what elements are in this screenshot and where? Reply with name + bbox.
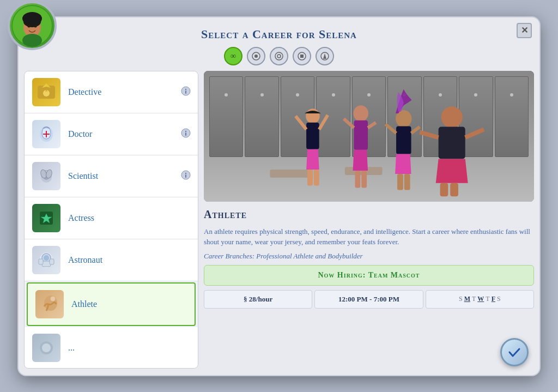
day-t1: T <box>472 295 476 303</box>
svg-marker-74 <box>436 159 468 183</box>
list-item[interactable]: Scientist <box>25 155 198 197</box>
day-w: W <box>477 295 484 303</box>
svg-point-44 <box>44 255 49 261</box>
svg-rect-71 <box>404 173 410 189</box>
scientist-icon <box>31 161 62 191</box>
filter-pack4-button[interactable] <box>316 47 334 65</box>
svg-rect-64 <box>361 171 367 188</box>
filter-pack2-button[interactable] <box>270 47 288 65</box>
detective-icon <box>31 77 62 107</box>
svg-rect-13 <box>300 55 304 58</box>
svg-rect-56 <box>307 170 313 185</box>
svg-rect-59 <box>354 120 368 149</box>
career-branches: Career Branches: Professional Athlete an… <box>204 252 534 261</box>
list-item[interactable]: Detective <box>25 71 198 113</box>
filter-pack1-button[interactable] <box>247 47 265 65</box>
svg-point-10 <box>275 52 283 60</box>
day-s2: S <box>497 295 501 303</box>
partial-name: ... <box>68 343 191 353</box>
confirm-button[interactable] <box>500 338 529 366</box>
svg-rect-49 <box>270 170 313 178</box>
career-image <box>204 71 534 202</box>
partial-icon <box>31 333 62 363</box>
svg-line-69 <box>411 126 420 133</box>
filter-bar: ∞ <box>19 47 539 71</box>
salary-stat: § 28/hour <box>204 290 312 309</box>
svg-rect-43 <box>50 259 54 264</box>
doctor-info-icon[interactable] <box>180 128 191 141</box>
list-item-selected[interactable]: Athlete <box>27 282 196 326</box>
career-select-dialog: ✕ Select a Career for Selena ∞ <box>17 16 541 376</box>
svg-point-9 <box>254 55 258 58</box>
svg-rect-36 <box>185 174 186 178</box>
main-content: Detective <box>19 71 539 374</box>
day-f: F <box>492 295 495 303</box>
svg-marker-15 <box>323 53 326 59</box>
day-m: M <box>464 295 470 303</box>
list-item[interactable]: Actress <box>25 197 198 239</box>
svg-rect-42 <box>39 259 43 264</box>
svg-point-21 <box>185 88 186 89</box>
svg-point-35 <box>185 172 186 173</box>
avatar <box>8 1 57 50</box>
svg-point-46 <box>50 296 56 301</box>
day-t2: T <box>486 295 489 303</box>
svg-point-27 <box>185 130 186 131</box>
actress-icon <box>31 203 62 233</box>
athlete-name: Athlete <box>71 299 188 309</box>
svg-rect-52 <box>306 122 319 149</box>
svg-point-6 <box>34 25 37 27</box>
svg-rect-22 <box>185 91 186 94</box>
svg-rect-77 <box>440 183 448 196</box>
days-row: S M T W T F S <box>430 295 529 303</box>
svg-rect-73 <box>439 126 465 159</box>
close-button[interactable]: ✕ <box>517 23 532 38</box>
schedule-stat: 12:00 PM - 7:00 PM <box>314 290 423 309</box>
days-stat: S M T W T F S <box>426 290 534 309</box>
list-item[interactable]: Doctor <box>25 113 198 155</box>
career-description: An athlete requires physical strength, s… <box>204 226 534 248</box>
list-item[interactable]: Astronaut <box>25 239 198 281</box>
astronaut-icon <box>31 245 62 275</box>
svg-rect-70 <box>397 173 403 189</box>
detective-info-icon[interactable] <box>180 86 191 99</box>
svg-line-68 <box>385 124 396 133</box>
svg-rect-28 <box>185 132 186 136</box>
actress-name: Actress <box>68 213 191 223</box>
svg-line-75 <box>420 132 438 137</box>
svg-rect-78 <box>450 183 458 196</box>
athlete-icon <box>34 289 65 319</box>
career-list: Detective <box>24 71 198 369</box>
svg-point-7 <box>22 34 42 47</box>
svg-rect-63 <box>355 171 360 188</box>
svg-point-72 <box>441 106 463 128</box>
salary-value: § 28/hour <box>209 295 307 304</box>
scientist-info-icon[interactable] <box>180 170 191 183</box>
svg-point-11 <box>277 55 281 58</box>
svg-line-61 <box>344 118 354 128</box>
scientist-name: Scientist <box>68 171 174 181</box>
hiring-bar: Now Hiring: Team Mascot <box>204 265 534 286</box>
filter-pack3-button[interactable] <box>293 47 311 65</box>
career-detail-title: Athlete <box>204 206 534 222</box>
svg-marker-67 <box>395 154 411 173</box>
svg-line-62 <box>368 122 376 128</box>
svg-point-48 <box>42 343 51 352</box>
schedule-value: 12:00 PM - 7:00 PM <box>319 295 418 304</box>
svg-point-58 <box>354 105 368 121</box>
doctor-icon <box>31 119 62 149</box>
stats-row: § 28/hour 12:00 PM - 7:00 PM S M T W T F… <box>204 290 534 309</box>
dialog-title: Select a Career for Selena <box>19 17 539 47</box>
svg-point-5 <box>28 25 31 27</box>
astronaut-name: Astronaut <box>68 255 191 265</box>
detail-panel: Athlete An athlete requires physical str… <box>204 71 534 369</box>
svg-marker-60 <box>353 149 368 170</box>
svg-line-76 <box>465 129 484 137</box>
svg-point-4 <box>23 16 41 27</box>
day-s1: S <box>459 295 463 303</box>
list-item[interactable]: ... <box>25 327 198 369</box>
doctor-name: Doctor <box>68 129 174 139</box>
filter-all-button[interactable]: ∞ <box>224 47 242 65</box>
svg-rect-57 <box>314 170 319 185</box>
svg-line-54 <box>295 116 306 129</box>
